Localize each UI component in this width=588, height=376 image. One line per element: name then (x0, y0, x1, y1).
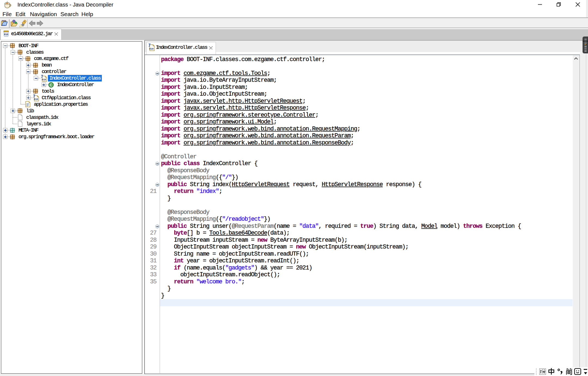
svg-text:C: C (50, 83, 52, 87)
svg-text:010: 010 (42, 78, 46, 81)
svg-text:010: 010 (149, 48, 154, 50)
svg-text:010: 010 (34, 98, 38, 101)
svg-text:01ō: 01ō (4, 33, 8, 36)
